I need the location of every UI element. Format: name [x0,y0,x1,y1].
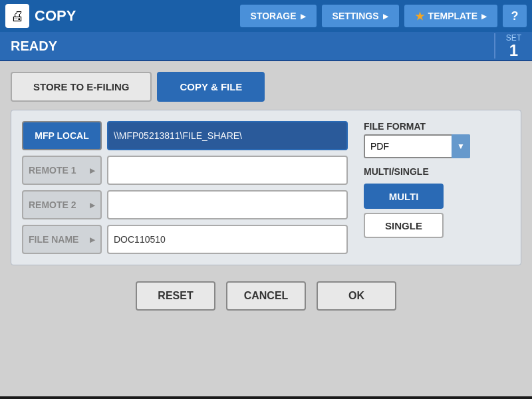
filename-display[interactable]: DOC110510 [107,225,348,254]
storage-button[interactable]: STORAGE ▶ [240,5,317,27]
ok-button[interactable]: OK [317,281,396,311]
tab-store-efiling[interactable]: STORE TO E-FILING [11,72,152,102]
filename-button[interactable]: FILE NAME ▶ [22,225,102,254]
bottom-bar: RESET CANCEL OK [11,281,521,311]
multi-single-section: MULTI/SINGLE MULTI SINGLE [364,166,510,238]
remote2-row: REMOTE 2 ▶ [22,190,348,219]
settings-button[interactable]: SETTINGS ▶ [322,5,399,27]
app-icon: 🖨 [5,4,29,28]
main-content: STORE TO E-FILING COPY & FILE MFP LOCAL … [0,61,532,396]
mfp-local-path-text: \\MFP05213811\FILE_SHARE\ [114,130,242,141]
status-bar: READY SET 1 [0,32,532,61]
help-button[interactable]: ? [503,5,527,27]
storage-label: STORAGE [251,11,297,21]
cancel-label: CANCEL [244,290,289,301]
mfp-local-path-display: \\MFP05213811\FILE_SHARE\ [107,121,348,150]
star-icon: ★ [415,10,424,23]
tab-store-efiling-label: STORE TO E-FILING [33,81,129,92]
file-format-section: FILE FORMAT PDF TIFF JPEG ▼ [364,121,510,158]
remote1-label: REMOTE 1 [29,165,76,176]
file-format-select-wrapper: PDF TIFF JPEG ▼ [364,134,470,158]
set-container: SET 1 [494,33,521,59]
multi-button[interactable]: MULTI [364,184,444,209]
filename-label: FILE NAME [29,234,78,245]
template-label: TEMPLATE [428,11,477,21]
file-format-label: FILE FORMAT [364,121,510,132]
multi-label: MULTI [389,191,419,202]
app-title: COPY [35,7,76,25]
remote1-arrow-icon: ▶ [90,167,95,174]
mfp-local-button[interactable]: MFP LOCAL [22,121,102,150]
settings-arrow-icon: ▶ [383,13,388,20]
filename-value-text: DOC110510 [114,234,166,245]
single-button[interactable]: SINGLE [364,213,444,238]
tab-bar: STORE TO E-FILING COPY & FILE [11,72,521,102]
set-value: 1 [509,43,518,59]
status-text: READY [11,39,494,54]
tab-copy-file-label: COPY & FILE [180,81,242,92]
footer: 2011/04/0713 : 25 JOB STATUS ▶ [0,396,532,399]
remote2-path-display [107,190,348,219]
tab-copy-file[interactable]: COPY & FILE [157,72,265,102]
remote1-button[interactable]: REMOTE 1 ▶ [22,156,102,185]
storage-arrow-icon: ▶ [301,13,306,20]
reset-button[interactable]: RESET [136,281,215,311]
content-panel: MFP LOCAL \\MFP05213811\FILE_SHARE\ REMO… [11,110,521,265]
template-button[interactable]: ★ TEMPLATE ▶ [404,5,497,27]
mfp-local-row: MFP LOCAL \\MFP05213811\FILE_SHARE\ [22,121,348,150]
remote2-label: REMOTE 2 [29,200,76,210]
mfp-local-label: MFP LOCAL [35,130,88,141]
file-options: MFP LOCAL \\MFP05213811\FILE_SHARE\ REMO… [22,121,348,254]
reset-label: RESET [158,290,193,301]
remote2-arrow-icon: ▶ [90,201,95,209]
filename-arrow-icon: ▶ [90,236,95,243]
header: 🖨 COPY STORAGE ▶ SETTINGS ▶ ★ TEMPLATE ▶… [0,0,532,32]
template-arrow-icon: ▶ [481,13,487,20]
remote1-path-display [107,156,348,185]
format-options: FILE FORMAT PDF TIFF JPEG ▼ MULTI/SINGLE… [364,121,510,254]
single-label: SINGLE [385,220,422,231]
file-format-select[interactable]: PDF TIFF JPEG [364,134,470,158]
settings-label: SETTINGS [332,11,379,21]
filename-row: FILE NAME ▶ DOC110510 [22,225,348,254]
help-label: ? [511,9,519,23]
cancel-button[interactable]: CANCEL [226,281,306,311]
multi-single-label: MULTI/SINGLE [364,166,510,177]
remote1-row: REMOTE 1 ▶ [22,156,348,185]
ok-label: OK [348,290,364,301]
remote2-button[interactable]: REMOTE 2 ▶ [22,190,102,219]
